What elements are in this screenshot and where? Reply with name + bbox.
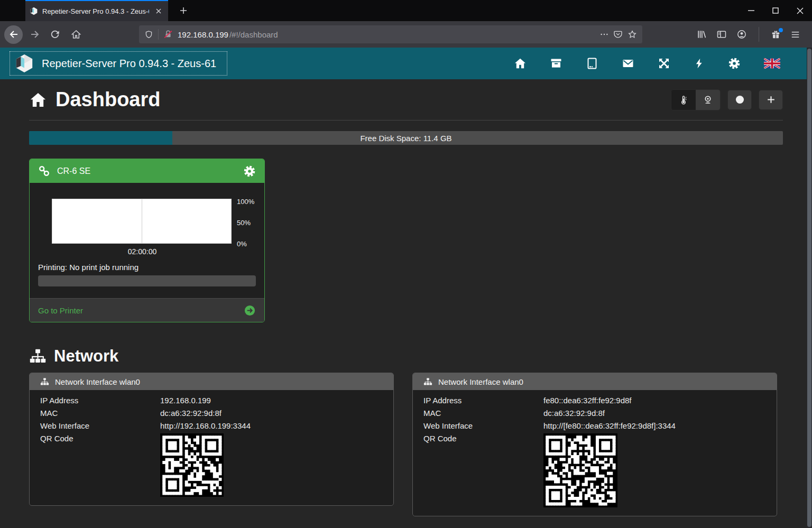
network-card-body: IP Address fe80::dea6:32ff:fe92:9d8f MAC…: [413, 390, 777, 516]
scrollbar-thumb[interactable]: [807, 49, 811, 527]
nav-home-icon[interactable]: [514, 57, 527, 70]
new-tab-button[interactable]: [176, 3, 191, 18]
row-value: http://192.168.0.199:3344: [160, 420, 251, 432]
sitemap-icon: [40, 377, 49, 386]
tab-close-icon[interactable]: [153, 6, 164, 16]
row-value: dc:a6:32:92:9d:8f: [160, 407, 222, 420]
favicon-repetier: [30, 7, 38, 15]
network-card-header: Network Interface wlan0: [30, 373, 393, 390]
notification-dot: [779, 28, 783, 32]
network-heading-row: Network: [29, 347, 783, 366]
reload-button[interactable]: [47, 26, 63, 42]
qr-code: [160, 433, 224, 497]
table-row: Web Interface http://192.168.0.199:3344: [40, 420, 383, 432]
table-row: QR Code: [423, 432, 766, 507]
sitemap-icon: [29, 348, 47, 365]
nav-power-bolt-icon[interactable]: [694, 57, 705, 70]
tracking-shield-icon[interactable]: [144, 30, 153, 39]
nav-printers-archive-icon[interactable]: [550, 57, 562, 70]
qr-code: [543, 433, 617, 507]
record-button[interactable]: [727, 90, 752, 110]
arrow-circle-right-icon[interactable]: [244, 304, 256, 317]
y-tick-100: 100%: [237, 198, 254, 206]
repetier-logo: [14, 53, 34, 73]
bookmark-star-icon[interactable]: [628, 30, 637, 39]
row-label: Web Interface: [423, 420, 543, 432]
network-card-header: Network Interface wlan0: [413, 373, 777, 390]
window-controls: [739, 0, 812, 21]
forward-button[interactable]: [27, 26, 43, 42]
network-card-title: Network Interface wlan0: [438, 377, 523, 386]
account-icon[interactable]: [736, 29, 747, 40]
go-to-printer-link[interactable]: Go to Printer: [38, 306, 83, 315]
webcam-view-button[interactable]: [696, 90, 720, 110]
dashboard-page: Dashboard Free Disk Space: 11.4 GB: [0, 79, 812, 528]
close-button[interactable]: [788, 0, 812, 21]
printer-card-header: CR-6 SE: [30, 159, 264, 183]
table-row: IP Address 192.168.0.199: [40, 394, 383, 407]
browser-tab[interactable]: Repetier-Server Pro 0.94.3 - Zeus-61: [25, 0, 168, 21]
nav-fullscreen-expand-icon[interactable]: [658, 57, 670, 70]
sidebar-toggle-icon[interactable]: [716, 29, 727, 40]
printer-status-text: Printing: No print job running: [38, 263, 256, 272]
page-scrollbar: [807, 48, 812, 528]
printer-card-footer[interactable]: Go to Printer: [30, 298, 264, 322]
tab-title: Repetier-Server Pro 0.94.3 - Zeus-61: [42, 7, 149, 15]
chart-y-axis: 100% 50% 0%: [237, 199, 256, 245]
nav-messages-icon[interactable]: [622, 57, 634, 70]
pocket-icon[interactable]: [613, 30, 623, 39]
view-toggle-group: [671, 89, 721, 110]
whats-new-gift-icon[interactable]: [771, 30, 781, 40]
disk-space-bar: Free Disk Space: 11.4 GB: [29, 131, 783, 145]
printer-settings-gear-icon[interactable]: [243, 165, 256, 178]
url-path: /#!/dashboard: [229, 30, 278, 39]
brand-link[interactable]: Repetier-Server Pro 0.94.3 - Zeus-61: [10, 51, 227, 76]
minimize-button[interactable]: [739, 0, 763, 21]
table-row: MAC dc:a6:32:92:9d:8f: [40, 407, 383, 420]
network-card-body: IP Address 192.168.0.199 MAC dc:a6:32:92…: [30, 390, 393, 505]
home-icon: [29, 91, 47, 109]
row-label: Web Interface: [40, 420, 160, 432]
sitemap-icon: [423, 377, 432, 386]
browser-titlebar: Repetier-Server Pro 0.94.3 - Zeus-61: [0, 0, 812, 21]
row-value: dc:a6:32:92:9d:8f: [543, 407, 605, 420]
printer-card-body: 100% 50% 0% 02:00:00 Printing: No print …: [30, 183, 264, 298]
table-row: MAC dc:a6:32:92:9d:8f: [423, 407, 766, 420]
add-button[interactable]: [759, 90, 783, 110]
row-value: fe80::dea6:32ff:fe92:9d8f: [543, 394, 632, 407]
row-label: IP Address: [40, 394, 160, 407]
chart-plot-area: [52, 199, 232, 244]
page-title: Dashboard: [56, 88, 160, 111]
row-label: QR Code: [423, 432, 543, 445]
page-title-row: Dashboard: [29, 88, 160, 111]
row-value: 192.168.0.199: [160, 394, 211, 407]
row-value: http://[fe80::dea6:32ff:fe92:9d8f]:3344: [543, 420, 676, 432]
home-button[interactable]: [68, 26, 84, 42]
table-row: IP Address fe80::dea6:32ff:fe92:9d8f: [423, 394, 766, 407]
printer-card: CR-6 SE 100% 50% 0% 02:00:00 Printing: N…: [29, 159, 265, 322]
network-card-ipv4: Network Interface wlan0 IP Address 192.1…: [29, 373, 394, 506]
header-buttons: [671, 89, 783, 110]
page-actions-dots-icon[interactable]: [600, 30, 608, 39]
temperature-chart: 100% 50% 0%: [38, 199, 256, 245]
nav-language-uk-flag-icon[interactable]: [764, 58, 780, 69]
library-icon[interactable]: [696, 29, 707, 40]
nav-settings-gear-icon[interactable]: [728, 57, 741, 70]
disk-space-label: Free Disk Space: 11.4 GB: [29, 131, 783, 145]
menu-hamburger-icon[interactable]: [790, 30, 800, 40]
y-tick-50: 50%: [237, 219, 251, 227]
row-label: QR Code: [40, 432, 160, 445]
url-host: 192.168.0.199: [178, 30, 228, 39]
network-card-ipv6: Network Interface wlan0 IP Address fe80:…: [412, 373, 777, 516]
insecure-lock-icon[interactable]: [163, 30, 173, 39]
page-header: Dashboard: [29, 79, 783, 121]
temperature-view-button[interactable]: [671, 90, 696, 110]
urlbar-separator: [158, 29, 159, 40]
back-button[interactable]: [4, 25, 23, 44]
maximize-button[interactable]: [763, 0, 788, 21]
table-row: Web Interface http://[fe80::dea6:32ff:fe…: [423, 420, 766, 432]
brand-title: Repetier-Server Pro 0.94.3 - Zeus-61: [42, 58, 216, 70]
nav-touch-screen-icon[interactable]: [586, 57, 598, 70]
network-heading: Network: [54, 347, 118, 366]
url-bar[interactable]: 192.168.0.199 /#!/dashboard: [139, 25, 642, 43]
